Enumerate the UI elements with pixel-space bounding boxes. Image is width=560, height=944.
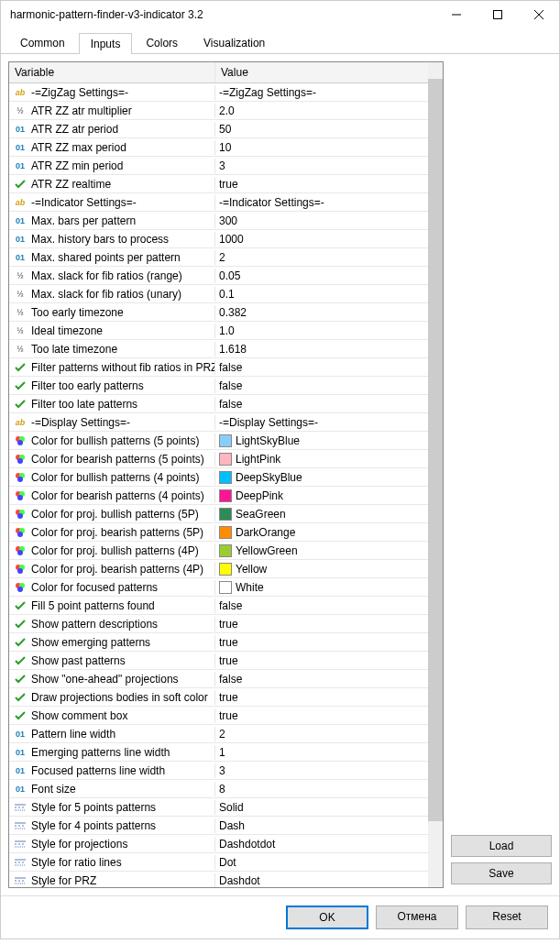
- value-cell[interactable]: -=ZigZag Settings=-: [215, 85, 428, 100]
- value-cell[interactable]: LightPink: [215, 452, 428, 467]
- value-cell[interactable]: 0.1: [215, 287, 428, 302]
- table-row[interactable]: 01Max. history bars to process1000: [9, 230, 428, 248]
- table-row[interactable]: Color for proj. bearish patterns (5P)Dar…: [9, 523, 428, 542]
- maximize-button[interactable]: [477, 1, 518, 28]
- table-row[interactable]: Color for focused patternsWhite: [9, 578, 428, 597]
- value-cell[interactable]: 1.618: [215, 342, 428, 357]
- value-cell[interactable]: false: [215, 360, 428, 375]
- tab-common[interactable]: Common: [8, 32, 77, 53]
- table-row[interactable]: Show emerging patternstrue: [9, 633, 428, 652]
- table-row[interactable]: ½Max. slack for fib ratios (unary)0.1: [9, 285, 428, 303]
- value-cell[interactable]: YellowGreen: [215, 543, 428, 558]
- value-cell[interactable]: SeaGreen: [215, 507, 428, 521]
- table-row[interactable]: 01ATR ZZ min period3: [9, 157, 428, 175]
- table-row[interactable]: Color for bearish patterns (4 points)Dee…: [9, 487, 428, 505]
- value-cell[interactable]: LightSkyBlue: [215, 434, 428, 448]
- minimize-button[interactable]: [435, 1, 477, 28]
- header-value[interactable]: Value: [215, 62, 428, 82]
- load-button[interactable]: Load: [451, 835, 552, 857]
- value-cell[interactable]: -=Indicator Settings=-: [215, 195, 428, 210]
- value-cell[interactable]: 1000: [215, 232, 428, 247]
- table-row[interactable]: Draw projections bodies in soft colortru…: [9, 688, 428, 707]
- table-row[interactable]: ½Too late timezone1.618: [9, 340, 428, 358]
- value-cell[interactable]: DeepSkyBlue: [215, 470, 428, 485]
- table-row[interactable]: 01Max. bars per pattern300: [9, 212, 428, 230]
- table-row[interactable]: ½Too early timezone0.382: [9, 303, 428, 322]
- table-row[interactable]: Show pattern descriptionstrue: [9, 615, 428, 633]
- value-cell[interactable]: 3: [215, 763, 428, 778]
- table-row[interactable]: Filter patterns without fib ratios in PR…: [9, 358, 428, 377]
- value-cell[interactable]: false: [215, 672, 428, 686]
- tab-colors[interactable]: Colors: [134, 32, 190, 53]
- value-cell[interactable]: -=Display Settings=-: [215, 415, 428, 430]
- table-row[interactable]: ab-=Indicator Settings=--=Indicator Sett…: [9, 193, 428, 212]
- table-row[interactable]: Color for bearish patterns (5 points)Lig…: [9, 450, 428, 468]
- table-row[interactable]: Style for ratio linesDot: [9, 853, 428, 872]
- value-cell[interactable]: DarkOrange: [215, 525, 428, 540]
- value-cell[interactable]: Solid: [215, 800, 428, 815]
- table-row[interactable]: Color for proj. bullish patterns (4P)Yel…: [9, 542, 428, 560]
- table-row[interactable]: 01Max. shared points per pattern2: [9, 248, 428, 267]
- value-cell[interactable]: 0.382: [215, 305, 428, 320]
- table-row[interactable]: Color for bullish patterns (5 points)Lig…: [9, 432, 428, 450]
- value-cell[interactable]: 1: [215, 745, 428, 760]
- value-cell[interactable]: 2: [215, 250, 428, 265]
- value-cell[interactable]: true: [215, 653, 428, 668]
- value-cell[interactable]: false: [215, 598, 428, 613]
- table-row[interactable]: ab-=ZigZag Settings=--=ZigZag Settings=-: [9, 83, 428, 102]
- table-row[interactable]: Color for bullish patterns (4 points)Dee…: [9, 468, 428, 487]
- value-cell[interactable]: 3: [215, 159, 428, 173]
- value-cell[interactable]: White: [215, 580, 428, 595]
- value-cell[interactable]: DeepPink: [215, 488, 428, 503]
- table-row[interactable]: 01Font size8: [9, 780, 428, 798]
- scroll-thumb[interactable]: [428, 79, 443, 821]
- table-row[interactable]: ½Max. slack for fib ratios (range)0.05: [9, 267, 428, 285]
- tab-inputs[interactable]: Inputs: [79, 33, 133, 54]
- table-row[interactable]: Style for PRZDashdot: [9, 872, 428, 887]
- value-cell[interactable]: 2: [215, 727, 428, 741]
- value-cell[interactable]: false: [215, 397, 428, 412]
- table-row[interactable]: 01Pattern line width2: [9, 725, 428, 743]
- value-cell[interactable]: true: [215, 690, 428, 705]
- table-row[interactable]: Color for proj. bearish patterns (4P)Yel…: [9, 560, 428, 578]
- table-row[interactable]: Style for 4 points patternsDash: [9, 817, 428, 835]
- value-cell[interactable]: true: [215, 635, 428, 650]
- table-row[interactable]: Show past patternstrue: [9, 652, 428, 670]
- table-row[interactable]: Show comment boxtrue: [9, 707, 428, 725]
- value-cell[interactable]: Dot: [215, 855, 428, 870]
- table-row[interactable]: Style for projectionsDashdotdot: [9, 835, 428, 853]
- table-row[interactable]: Filter too early patternsfalse: [9, 377, 428, 395]
- value-cell[interactable]: false: [215, 379, 428, 393]
- table-row[interactable]: Fill 5 point patterns foundfalse: [9, 597, 428, 615]
- table-row[interactable]: ½ATR ZZ atr multiplier2.0: [9, 102, 428, 120]
- value-cell[interactable]: Dashdotdot: [215, 837, 428, 851]
- value-cell[interactable]: Dashdot: [215, 873, 428, 888]
- table-row[interactable]: 01ATR ZZ max period10: [9, 138, 428, 157]
- table-row[interactable]: Filter too late patternsfalse: [9, 395, 428, 413]
- table-row[interactable]: ½Ideal timezone1.0: [9, 322, 428, 340]
- value-cell[interactable]: Dash: [215, 818, 428, 833]
- cancel-button[interactable]: Отмена: [376, 906, 458, 929]
- value-cell[interactable]: 1.0: [215, 324, 428, 338]
- table-row[interactable]: ATR ZZ realtimetrue: [9, 175, 428, 193]
- value-cell[interactable]: 50: [215, 122, 428, 137]
- value-cell[interactable]: 2.0: [215, 104, 428, 118]
- value-cell[interactable]: 300: [215, 214, 428, 228]
- value-cell[interactable]: 10: [215, 140, 428, 155]
- table-row[interactable]: 01Focused patterns line width3: [9, 762, 428, 780]
- table-row[interactable]: 01ATR ZZ atr period50: [9, 120, 428, 138]
- save-button[interactable]: Save: [451, 862, 552, 884]
- value-cell[interactable]: true: [215, 708, 428, 723]
- table-row[interactable]: ab-=Display Settings=--=Display Settings…: [9, 413, 428, 432]
- value-cell[interactable]: 8: [215, 782, 428, 796]
- value-cell[interactable]: true: [215, 177, 428, 192]
- reset-button[interactable]: Reset: [466, 906, 548, 929]
- table-row[interactable]: Color for proj. bullish patterns (5P)Sea…: [9, 505, 428, 523]
- table-row[interactable]: 01Emerging patterns line width1: [9, 743, 428, 762]
- value-cell[interactable]: Yellow: [215, 562, 428, 576]
- value-cell[interactable]: 0.05: [215, 269, 428, 283]
- tab-visualization[interactable]: Visualization: [192, 32, 277, 53]
- table-row[interactable]: Show "one-ahead" projectionsfalse: [9, 670, 428, 688]
- value-cell[interactable]: true: [215, 617, 428, 631]
- table-row[interactable]: Style for 5 points patternsSolid: [9, 798, 428, 817]
